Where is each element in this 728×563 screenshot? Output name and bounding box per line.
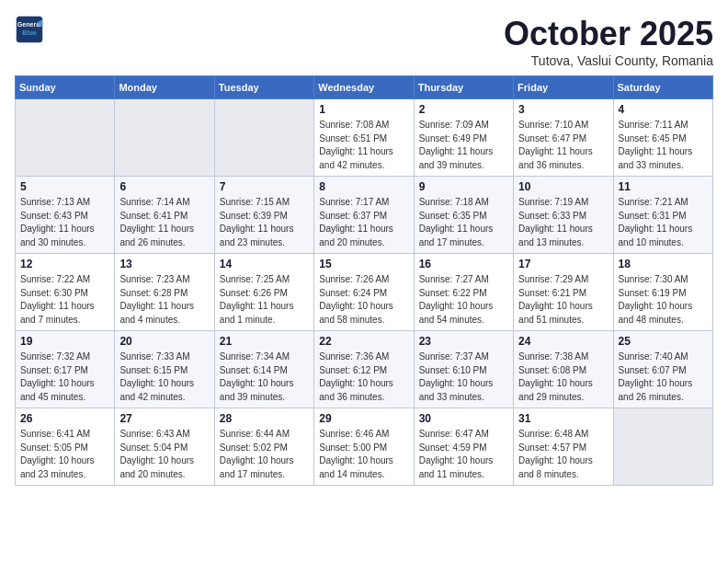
day-number: 13 xyxy=(119,258,209,270)
day-info: Sunrise: 7:18 AM Sunset: 6:35 PM Dayligh… xyxy=(419,196,508,249)
day-number: 7 xyxy=(220,180,309,193)
calendar-cell xyxy=(16,99,115,177)
calendar-cell: 21Sunrise: 7:34 AM Sunset: 6:14 PM Dayli… xyxy=(214,331,313,408)
day-info: Sunrise: 7:19 AM Sunset: 6:33 PM Dayligh… xyxy=(518,196,608,249)
calendar-cell xyxy=(115,99,214,177)
day-number: 28 xyxy=(220,412,309,425)
weekday-header-monday: Monday xyxy=(115,76,214,99)
title-block: October 2025 Tutova, Vaslui County, Roma… xyxy=(504,15,713,68)
weekday-header-thursday: Thursday xyxy=(414,76,513,99)
calendar-cell: 22Sunrise: 7:36 AM Sunset: 6:12 PM Dayli… xyxy=(314,331,414,408)
day-number: 3 xyxy=(518,103,608,116)
day-info: Sunrise: 7:30 AM Sunset: 6:19 PM Dayligh… xyxy=(619,273,708,327)
day-number: 22 xyxy=(319,335,408,348)
calendar-cell: 10Sunrise: 7:19 AM Sunset: 6:33 PM Dayli… xyxy=(514,177,613,254)
day-info: Sunrise: 7:11 AM Sunset: 6:45 PM Dayligh… xyxy=(619,119,708,172)
calendar-cell: 5Sunrise: 7:13 AM Sunset: 6:43 PM Daylig… xyxy=(16,177,115,254)
location-subtitle: Tutova, Vaslui County, Romania xyxy=(504,53,713,68)
day-info: Sunrise: 7:25 AM Sunset: 6:26 PM Dayligh… xyxy=(220,273,309,327)
day-number: 21 xyxy=(220,335,309,348)
day-number: 14 xyxy=(220,258,309,270)
weekday-header-sunday: Sunday xyxy=(16,76,115,99)
day-number: 4 xyxy=(619,103,708,116)
calendar-cell: 6Sunrise: 7:14 AM Sunset: 6:41 PM Daylig… xyxy=(115,177,214,254)
day-number: 20 xyxy=(119,335,209,348)
day-info: Sunrise: 7:32 AM Sunset: 6:17 PM Dayligh… xyxy=(20,350,109,404)
calendar-week-row: 26Sunrise: 6:41 AM Sunset: 5:05 PM Dayli… xyxy=(16,408,713,486)
day-info: Sunrise: 7:40 AM Sunset: 6:07 PM Dayligh… xyxy=(619,350,708,404)
day-number: 8 xyxy=(319,180,408,193)
day-info: Sunrise: 7:38 AM Sunset: 6:08 PM Dayligh… xyxy=(518,350,608,404)
calendar-cell: 3Sunrise: 7:10 AM Sunset: 6:47 PM Daylig… xyxy=(514,99,613,177)
page-header: General Blue October 2025 Tutova, Vaslui… xyxy=(15,15,713,68)
calendar-table: SundayMondayTuesdayWednesdayThursdayFrid… xyxy=(15,75,713,486)
calendar-cell: 18Sunrise: 7:30 AM Sunset: 6:19 PM Dayli… xyxy=(613,254,712,331)
day-number: 12 xyxy=(20,258,109,270)
day-info: Sunrise: 6:44 AM Sunset: 5:02 PM Dayligh… xyxy=(220,428,309,481)
day-info: Sunrise: 6:41 AM Sunset: 5:05 PM Dayligh… xyxy=(20,428,109,481)
calendar-cell: 12Sunrise: 7:22 AM Sunset: 6:30 PM Dayli… xyxy=(16,254,115,331)
day-info: Sunrise: 7:08 AM Sunset: 6:51 PM Dayligh… xyxy=(319,119,408,172)
day-number: 16 xyxy=(419,258,508,270)
day-number: 23 xyxy=(419,335,508,348)
day-info: Sunrise: 7:15 AM Sunset: 6:39 PM Dayligh… xyxy=(220,196,309,249)
day-info: Sunrise: 7:21 AM Sunset: 6:31 PM Dayligh… xyxy=(619,196,708,249)
calendar-cell: 20Sunrise: 7:33 AM Sunset: 6:15 PM Dayli… xyxy=(115,331,214,408)
calendar-cell: 26Sunrise: 6:41 AM Sunset: 5:05 PM Dayli… xyxy=(16,408,115,486)
day-number: 26 xyxy=(20,412,109,425)
day-info: Sunrise: 6:43 AM Sunset: 5:04 PM Dayligh… xyxy=(119,428,209,481)
calendar-cell: 23Sunrise: 7:37 AM Sunset: 6:10 PM Dayli… xyxy=(414,331,513,408)
calendar-cell: 11Sunrise: 7:21 AM Sunset: 6:31 PM Dayli… xyxy=(613,177,712,254)
day-info: Sunrise: 6:48 AM Sunset: 4:57 PM Dayligh… xyxy=(518,428,608,481)
weekday-header-row: SundayMondayTuesdayWednesdayThursdayFrid… xyxy=(16,76,713,99)
calendar-week-row: 1Sunrise: 7:08 AM Sunset: 6:51 PM Daylig… xyxy=(16,99,713,177)
calendar-cell: 27Sunrise: 6:43 AM Sunset: 5:04 PM Dayli… xyxy=(115,408,214,486)
day-number: 18 xyxy=(619,258,708,270)
day-number: 24 xyxy=(518,335,608,348)
day-info: Sunrise: 7:14 AM Sunset: 6:41 PM Dayligh… xyxy=(119,196,209,249)
logo-icon: General Blue xyxy=(15,15,44,44)
day-number: 19 xyxy=(20,335,109,348)
day-number: 6 xyxy=(119,180,209,193)
day-number: 2 xyxy=(419,103,508,116)
calendar-cell xyxy=(613,408,712,486)
day-info: Sunrise: 7:33 AM Sunset: 6:15 PM Dayligh… xyxy=(119,350,209,404)
calendar-cell: 31Sunrise: 6:48 AM Sunset: 4:57 PM Dayli… xyxy=(514,408,613,486)
day-info: Sunrise: 7:36 AM Sunset: 6:12 PM Dayligh… xyxy=(319,350,408,404)
calendar-cell: 1Sunrise: 7:08 AM Sunset: 6:51 PM Daylig… xyxy=(314,99,414,177)
day-number: 1 xyxy=(319,103,408,116)
calendar-cell: 9Sunrise: 7:18 AM Sunset: 6:35 PM Daylig… xyxy=(414,177,513,254)
day-number: 10 xyxy=(518,180,608,193)
calendar-week-row: 5Sunrise: 7:13 AM Sunset: 6:43 PM Daylig… xyxy=(16,177,713,254)
calendar-cell: 2Sunrise: 7:09 AM Sunset: 6:49 PM Daylig… xyxy=(414,99,513,177)
day-number: 11 xyxy=(619,180,708,193)
calendar-cell: 13Sunrise: 7:23 AM Sunset: 6:28 PM Dayli… xyxy=(115,254,214,331)
calendar-cell: 7Sunrise: 7:15 AM Sunset: 6:39 PM Daylig… xyxy=(214,177,313,254)
calendar-cell: 17Sunrise: 7:29 AM Sunset: 6:21 PM Dayli… xyxy=(514,254,613,331)
svg-text:Blue: Blue xyxy=(22,29,36,37)
day-info: Sunrise: 7:37 AM Sunset: 6:10 PM Dayligh… xyxy=(419,350,508,404)
day-info: Sunrise: 6:47 AM Sunset: 4:59 PM Dayligh… xyxy=(419,428,508,481)
weekday-header-wednesday: Wednesday xyxy=(314,76,414,99)
day-info: Sunrise: 7:22 AM Sunset: 6:30 PM Dayligh… xyxy=(20,273,109,327)
calendar-cell: 8Sunrise: 7:17 AM Sunset: 6:37 PM Daylig… xyxy=(314,177,414,254)
calendar-cell: 19Sunrise: 7:32 AM Sunset: 6:17 PM Dayli… xyxy=(16,331,115,408)
logo: General Blue xyxy=(15,15,44,44)
day-number: 15 xyxy=(319,258,408,270)
calendar-cell: 16Sunrise: 7:27 AM Sunset: 6:22 PM Dayli… xyxy=(414,254,513,331)
day-info: Sunrise: 7:13 AM Sunset: 6:43 PM Dayligh… xyxy=(20,196,109,249)
calendar-cell: 29Sunrise: 6:46 AM Sunset: 5:00 PM Dayli… xyxy=(314,408,414,486)
day-info: Sunrise: 7:27 AM Sunset: 6:22 PM Dayligh… xyxy=(419,273,508,327)
day-number: 31 xyxy=(518,412,608,425)
day-number: 27 xyxy=(119,412,209,425)
day-number: 25 xyxy=(619,335,708,348)
calendar-week-row: 12Sunrise: 7:22 AM Sunset: 6:30 PM Dayli… xyxy=(16,254,713,331)
calendar-cell: 4Sunrise: 7:11 AM Sunset: 6:45 PM Daylig… xyxy=(613,99,712,177)
day-number: 29 xyxy=(319,412,408,425)
day-info: Sunrise: 7:09 AM Sunset: 6:49 PM Dayligh… xyxy=(419,119,508,172)
weekday-header-tuesday: Tuesday xyxy=(214,76,313,99)
calendar-week-row: 19Sunrise: 7:32 AM Sunset: 6:17 PM Dayli… xyxy=(16,331,713,408)
day-info: Sunrise: 7:34 AM Sunset: 6:14 PM Dayligh… xyxy=(220,350,309,404)
calendar-cell: 25Sunrise: 7:40 AM Sunset: 6:07 PM Dayli… xyxy=(613,331,712,408)
day-number: 17 xyxy=(518,258,608,270)
